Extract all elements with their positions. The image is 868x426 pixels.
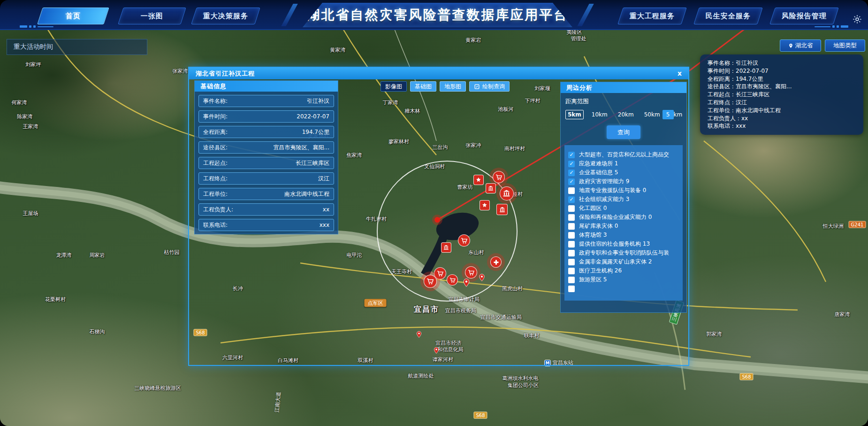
analysis-layer-row-13: 医疗卫生机构 26 [568,266,679,275]
analysis-layer-row-14: 旅游景区 5 [568,275,679,284]
analysis-layer-label: 社会组织减灾能力 3 [579,195,629,203]
analysis-layer-row-8: 尾矿库承灾体 0 [568,222,679,231]
nav-decor-ticks [20,25,53,28]
info-row-value: 宜昌市夷陵区、襄阳... [274,144,329,152]
app-screen: 刘家坪张家湾黄家湾黄家宕夷陵区管理处何家湾陈家湾王家湾丁家湾樟木林刘家堰下坪村池… [0,0,868,426]
checkbox[interactable]: ✓ [568,178,575,185]
road-badge: S68 [473,412,487,419]
checkbox[interactable] [568,241,575,248]
range-option-0[interactable]: 5km [565,110,584,119]
checkbox[interactable] [568,259,575,265]
analysis-layer-label: 保险和再保险企业减灾能力 0 [579,213,652,221]
page-title: 湖北省自然灾害风险普查数据库应用平台 [307,6,569,24]
analysis-layer-label: 旅游景区 5 [579,276,607,284]
analysis-layer-label: 政府灾害管理能力 9 [579,178,629,186]
checkbox[interactable] [568,277,575,283]
modal-header: 湖北省引江补汉工程 x [189,68,688,79]
info-row-8: 联系电话:xxx [198,219,334,231]
analysis-layer-label: 金属非金属露天矿山承灾体 2 [579,258,652,266]
range-unit: km [674,111,683,118]
close-icon[interactable]: x [678,68,682,78]
analysis-layer-label: 地震专业救援队伍与装备 0 [579,186,646,194]
analysis-layer-label: 体育场馆 3 [579,231,607,239]
checkbox[interactable] [568,268,575,274]
checkbox[interactable]: ✓ [568,170,575,176]
nav-tab-right-2[interactable]: 风险报告管理 [769,8,839,24]
checkbox[interactable] [568,205,575,212]
analysis-layer-row-10: 提供住宿的社会服务机构 13 [568,240,679,248]
checkbox[interactable]: ✓ [568,196,575,203]
checkbox[interactable]: ✓ [568,152,575,158]
analysis-layer-row-15 [568,284,679,293]
basemap-switcher: 影像图基础图地形图 绘制查询 [381,81,510,92]
checkbox[interactable] [568,214,575,221]
checkbox[interactable] [568,250,575,256]
query-button[interactable]: 查询 [607,125,640,139]
tooltip-row-7: 工程负责人：xx [708,115,863,123]
basemap-button-0[interactable]: 影像图 [381,81,407,92]
location-pin-icon [788,43,793,49]
nav-tab-left-0[interactable]: 首页 [37,8,109,24]
tooltip-row-0: 事件名称：引江补汉 [708,59,863,67]
basic-info-panel: 基础信息 事件名称:引江补汉事件时间:2022-07-07全程距离:194.7公… [194,80,338,234]
project-modal: 湖北省引江补汉工程 x 影像图基础图地形图 绘制查询 基础信息 事件名称:引江补… [188,67,689,366]
checkbox[interactable] [568,232,575,239]
surrounding-analysis-panel: 周边分析 距离范围 5km10km20km50km km 查询 ✓大型超市、百货… [560,82,687,313]
tooltip-row-2: 全程距离：194.7公里 [708,75,863,83]
nav-tab-left-2[interactable]: 重大决策服务 [191,8,260,24]
settings-gear-icon[interactable] [852,14,862,24]
title-panel: 湖北省自然灾害风险普查数据库应用平台 [303,3,572,27]
range-option-3[interactable]: 50km [642,110,662,119]
top-navbar: 首页一张图重大决策服务 湖北省自然灾害风险普查数据库应用平台 重大工程服务民生安… [0,0,868,30]
nav-tab-left-1[interactable]: 一张图 [118,8,186,24]
info-row-label: 事件时间: [203,113,228,121]
tooltip-row-8: 联系电话：xxx [708,122,863,130]
info-row-3: 途径县区:宜昌市夷陵区、襄阳... [198,141,334,154]
analysis-layer-row-4: 地震专业救援队伍与装备 0 [568,186,679,195]
checkbox[interactable] [568,286,575,292]
analysis-layer-label: 应急避难场所 1 [579,160,618,168]
analysis-layer-label: 提供住宿的社会服务机构 13 [579,240,650,248]
analysis-layer-row-1: ✓应急避难场所 1 [568,159,679,168]
info-row-value: xx [323,206,329,213]
analysis-layer-row-11: 政府专职和企事业专职消防队伍与装 [568,248,679,257]
info-row-label: 工程负责人: [203,206,233,214]
info-row-label: 事件名称: [203,97,228,105]
modal-title: 湖北省引江补汉工程 [189,70,255,78]
range-options: 5km10km20km50km km [565,110,682,119]
info-row-label: 途径县区: [203,144,228,152]
info-row-label: 工程起点: [203,159,228,167]
info-row-value: 南水北调中线工程 [284,190,329,198]
nav-tab-right-1[interactable]: 民生安全服务 [693,8,763,24]
event-info-tooltip: 事件名称：引江补汉事件时间：2022-07-07全程距离：194.7公里途径县区… [700,54,863,135]
range-custom-input[interactable] [662,110,674,119]
draw-query-button[interactable]: 绘制查询 [469,81,510,92]
range-option-2[interactable]: 20km [616,110,636,119]
tooltip-row-6: 工程单位：南水北调中线工程 [708,107,863,115]
checkbox[interactable] [568,223,575,230]
road-badge: S68 [739,373,753,380]
range-option-1[interactable]: 10km [589,110,610,119]
analysis-layer-row-6: 化工园区 0 [568,204,679,213]
nav-decor-slash [281,4,298,26]
nav-tab-right-0[interactable]: 重大工程服务 [617,8,687,24]
analysis-layer-label: 企业基础信息 5 [579,169,618,177]
info-row-value: 汉江 [318,175,329,183]
map-type-button[interactable]: 地图类型 [825,39,865,52]
info-row-label: 工程终点: [203,175,228,183]
basemap-button-1[interactable]: 基础图 [410,81,436,92]
tooltip-row-4: 工程起点：长江三峡库区 [708,91,863,99]
tooltip-row-3: 途径县区：宜昌市夷陵区、襄阳... [708,83,863,91]
range-option-list: 5km10km20km50km [565,110,662,119]
analysis-layer-row-3: ✓政府灾害管理能力 9 [568,177,679,186]
info-row-label: 联系电话: [203,221,228,229]
tooltip-row-1: 事件时间：2022-07-07 [708,67,863,75]
basemap-button-2[interactable]: 地形图 [440,81,466,92]
analysis-layer-row-7: 保险和再保险企业减灾能力 0 [568,213,679,222]
event-time-bar[interactable]: 重大活动时间 [7,39,147,55]
basic-info-rows: 事件名称:引江补汉事件时间:2022-07-07全程距离:194.7公里途径县区… [195,95,338,231]
region-button[interactable]: 湖北省 [780,39,821,52]
info-row-value: 2022-07-07 [297,113,329,120]
checkbox[interactable]: ✓ [568,161,575,167]
checkbox[interactable] [568,187,575,194]
